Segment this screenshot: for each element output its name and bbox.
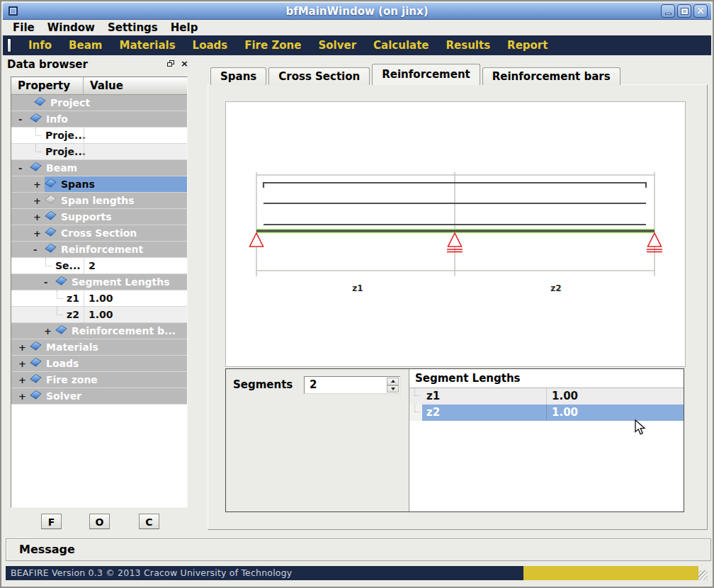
expander-icon[interactable]: + bbox=[33, 228, 45, 239]
expander-icon[interactable]: + bbox=[33, 212, 45, 222]
segment-value[interactable]: 1.00 bbox=[546, 405, 684, 421]
tree-item-se[interactable]: Se...2 bbox=[11, 258, 187, 274]
segment-row-gutter bbox=[409, 388, 422, 405]
f-button[interactable]: F bbox=[41, 514, 62, 529]
segment-row-z2[interactable]: z21.00 bbox=[409, 405, 684, 421]
tree-item-spans[interactable]: +Spans bbox=[11, 176, 187, 193]
tree-header-value[interactable]: Value bbox=[84, 77, 187, 94]
beam-diagram-canvas[interactable]: z1 z2 bbox=[225, 101, 686, 367]
tab-reinforcement[interactable]: Reinforcement bbox=[372, 64, 480, 85]
tree-item-band: Fire zone bbox=[30, 372, 187, 388]
tree-item-z1[interactable]: z11.00 bbox=[11, 290, 187, 307]
tree-item-proje[interactable]: Proje... bbox=[11, 144, 187, 160]
tree-item-value[interactable]: 1.00 bbox=[84, 290, 187, 306]
expander-icon[interactable]: + bbox=[18, 342, 30, 353]
spin-up-button[interactable] bbox=[387, 378, 399, 385]
tree-item-cross-section[interactable]: +Cross Section bbox=[11, 225, 187, 242]
menu-item-settings[interactable]: Settings bbox=[101, 20, 164, 35]
o-button[interactable]: O bbox=[89, 514, 110, 529]
tree-item-band: Reinforcement b... bbox=[55, 323, 187, 339]
segment-value[interactable]: 1.00 bbox=[546, 388, 684, 405]
beam-diagram: z1 z2 bbox=[226, 102, 686, 368]
expander-icon[interactable]: + bbox=[18, 375, 30, 385]
menu-item-help[interactable]: Help bbox=[164, 20, 205, 35]
tree-item-proje[interactable]: Proje... bbox=[11, 128, 187, 144]
toolbar-item-loads[interactable]: Loads bbox=[184, 35, 237, 55]
toolbar-item-beam[interactable]: Beam bbox=[60, 35, 110, 55]
tree-branch-guide bbox=[414, 405, 420, 412]
segment-lengths-title: Segment Lengths bbox=[409, 369, 684, 388]
segments-spinbox[interactable]: 2 bbox=[304, 376, 400, 394]
toolbar-item-materials[interactable]: Materials bbox=[110, 35, 183, 55]
tab-reinforcement-bars[interactable]: Reinforcement bars bbox=[482, 67, 620, 85]
box-blue-icon bbox=[45, 227, 57, 239]
toolbar-item-solver[interactable]: Solver bbox=[310, 35, 365, 55]
tree-item-band: Materials bbox=[30, 339, 187, 355]
spin-down-button[interactable] bbox=[387, 385, 399, 393]
toolbar-item-fire-zone[interactable]: Fire Zone bbox=[236, 35, 310, 55]
box-blue-icon bbox=[30, 358, 42, 369]
tree-item-reinforcement-b[interactable]: +Reinforcement b... bbox=[11, 323, 187, 339]
tree-item-value[interactable]: 2 bbox=[84, 258, 187, 273]
expander-icon[interactable]: - bbox=[33, 244, 45, 255]
tree-header-property[interactable]: Property bbox=[11, 77, 84, 94]
segments-spinbox-value[interactable]: 2 bbox=[310, 378, 317, 391]
expander-icon[interactable]: + bbox=[44, 326, 55, 337]
property-tree[interactable]: Property Value Project-InfoProje...Proje… bbox=[11, 77, 188, 508]
tree-item-z2[interactable]: z21.00 bbox=[11, 307, 187, 323]
application-window: bfMainWindow (on jinx) × FileWindowSetti… bbox=[0, 0, 714, 588]
tree-item-label: Supports bbox=[61, 211, 112, 222]
tree-item-value[interactable] bbox=[84, 144, 187, 159]
toolbar-item-results[interactable]: Results bbox=[438, 35, 499, 55]
tree-item-materials[interactable]: +Materials bbox=[11, 339, 187, 356]
dock-float-icon[interactable] bbox=[167, 60, 175, 67]
support-roller-icon bbox=[448, 233, 462, 247]
support-roller-icon bbox=[648, 233, 662, 247]
expander-icon[interactable]: - bbox=[18, 114, 30, 125]
tree-item-label: z1 bbox=[67, 290, 79, 306]
titlebar[interactable]: bfMainWindow (on jinx) × bbox=[3, 3, 711, 20]
expander-icon[interactable]: + bbox=[33, 196, 45, 206]
data-browser-dock-titlebar[interactable]: Data browser × bbox=[3, 58, 196, 74]
tree-item-solver[interactable]: +Solver bbox=[11, 388, 187, 405]
tree-item-info[interactable]: -Info bbox=[11, 111, 187, 128]
window-resize-grip[interactable] bbox=[698, 570, 708, 580]
menu-item-file[interactable]: File bbox=[6, 20, 41, 35]
tree-header[interactable]: Property Value bbox=[11, 77, 187, 95]
tree-item-label: Project bbox=[50, 97, 90, 108]
segment-row-z1[interactable]: z11.00 bbox=[409, 388, 684, 405]
menu-item-window[interactable]: Window bbox=[41, 20, 101, 35]
maximize-button[interactable] bbox=[677, 4, 691, 18]
toolbar-item-info[interactable]: Info bbox=[20, 35, 60, 55]
expander-icon[interactable]: + bbox=[18, 391, 30, 402]
tab-cross-section[interactable]: Cross Section bbox=[268, 67, 370, 85]
close-button[interactable]: × bbox=[693, 4, 708, 18]
expander-icon[interactable]: - bbox=[44, 277, 55, 288]
tree-item-supports[interactable]: +Supports bbox=[11, 209, 187, 225]
tab-spans[interactable]: Spans bbox=[210, 67, 266, 85]
toolbar-grip-handle[interactable] bbox=[7, 38, 11, 52]
toolbar-item-calculate[interactable]: Calculate bbox=[365, 35, 437, 55]
tree-item-segment-lengths[interactable]: -Segment Lengths bbox=[11, 274, 187, 290]
tree-item-beam[interactable]: -Beam bbox=[11, 160, 187, 176]
dock-close-icon[interactable]: × bbox=[181, 60, 188, 68]
expander-icon[interactable]: + bbox=[18, 358, 30, 369]
segment-lengths-table[interactable]: Segment Lengths z11.00z21.00 bbox=[409, 369, 684, 511]
tree-item-value[interactable] bbox=[84, 128, 187, 143]
box-blue-icon bbox=[45, 244, 57, 255]
segment-row-gutter bbox=[409, 405, 422, 421]
message-panel: Message bbox=[6, 538, 711, 561]
tree-item-fire-zone[interactable]: +Fire zone bbox=[11, 372, 187, 388]
tree-item-value[interactable]: 1.00 bbox=[84, 307, 187, 322]
tree-item-loads[interactable]: +Loads bbox=[11, 356, 187, 372]
tree-item-span-lengths[interactable]: +Span lengths bbox=[11, 193, 187, 209]
tree-item-project[interactable]: Project bbox=[11, 95, 187, 111]
minimize-button[interactable] bbox=[661, 4, 675, 18]
expander-icon[interactable]: + bbox=[33, 179, 45, 190]
tree-item-reinforcement[interactable]: -Reinforcement bbox=[11, 242, 187, 258]
c-button[interactable]: C bbox=[139, 514, 159, 529]
expander-icon[interactable]: - bbox=[18, 163, 30, 174]
tree-item-label: Beam bbox=[46, 162, 77, 174]
box-blue-icon bbox=[30, 162, 42, 174]
toolbar-item-report[interactable]: Report bbox=[499, 35, 556, 55]
